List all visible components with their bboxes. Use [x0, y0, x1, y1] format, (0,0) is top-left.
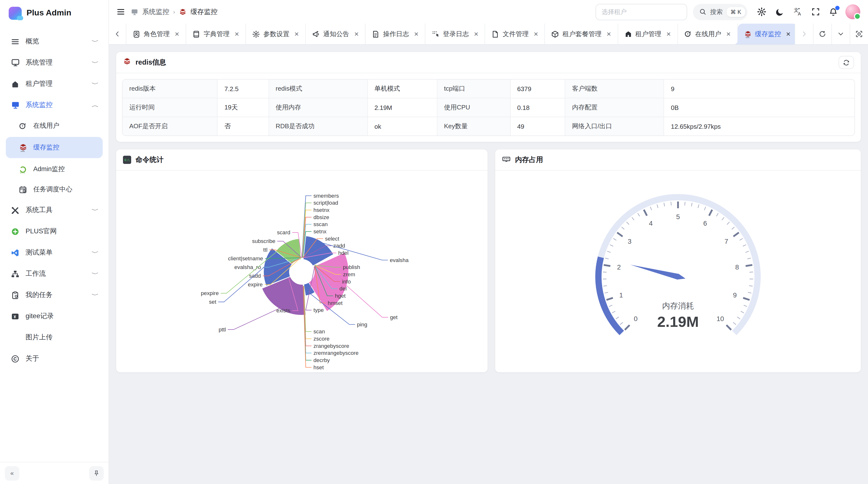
tab-租户管理[interactable]: 租户管理✕ [618, 24, 678, 44]
sidebar-item-label: 图片上传 [26, 333, 98, 342]
gauge-tick-label: 3 [628, 238, 632, 245]
sidebar-item-label: 我的任务 [26, 291, 87, 299]
memory-gauge-chart[interactable]: 012345678910内存消耗2.19M [495, 171, 861, 372]
tab-角色管理[interactable]: 角色管理✕ [126, 24, 186, 44]
gauge-tick-label: 6 [703, 220, 707, 227]
info-label: tcp端口 [437, 79, 510, 98]
sidebar-item-租户管理[interactable]: 租户管理﹀ [6, 74, 103, 94]
sidebar-collapse-button[interactable]: « [5, 466, 19, 480]
tab-租户套餐管理[interactable]: 租户套餐管理✕ [545, 24, 618, 44]
sidebar-item-缓存监控[interactable]: redis缓存监控 [6, 137, 103, 158]
sidebar-item-关于[interactable]: 关于 [6, 349, 103, 368]
tab-label: 角色管理 [144, 30, 170, 38]
tab-close-icon[interactable]: ✕ [534, 31, 538, 37]
sidebar-item-图片上传[interactable]: 图片上传 [6, 328, 103, 347]
search-icon [699, 8, 706, 15]
info-value: 0.18 [510, 98, 565, 117]
pie-label: info [342, 279, 350, 285]
sidebar-item-PLUS官网[interactable]: PLUS官网 [6, 222, 103, 241]
gauge-minor-tick [671, 202, 671, 205]
notifications-bell-icon[interactable] [829, 7, 838, 16]
user-avatar[interactable] [845, 4, 860, 19]
tab-缓存监控[interactable]: redis缓存监控✕ [738, 24, 795, 44]
gauge-minor-tick [620, 322, 623, 325]
sidebar-pin-button[interactable] [89, 466, 104, 480]
breadcrumb-item[interactable]: 系统监控 [142, 7, 169, 16]
tab-通知公告[interactable]: 通知公告✕ [306, 24, 366, 44]
tab-close-icon[interactable]: ✕ [354, 31, 359, 37]
tab-close-icon[interactable]: ✕ [294, 31, 299, 37]
tab-close-icon[interactable]: ✕ [235, 31, 239, 37]
pie-label: get [390, 314, 398, 320]
gauge-tick-label: 5 [676, 213, 680, 221]
search-button[interactable]: 搜索 ⌘ K [693, 4, 747, 20]
tab-文件管理[interactable]: 文件管理✕ [485, 24, 545, 44]
sidebar-item-label: 测试菜单 [26, 248, 87, 257]
gauge-minor-tick [737, 317, 740, 319]
tenant-select-input[interactable] [595, 4, 687, 20]
info-label: RDB是否成功 [269, 117, 368, 135]
table-row: AOF是否开启否RDB是否成功okKey数量49网络入口/出口12.65kps/… [123, 117, 855, 135]
sidebar-item-系统工具[interactable]: 系统工具﹀ [6, 200, 103, 220]
tab-登录日志[interactable]: 登录日志✕ [426, 24, 485, 44]
pie-label: del [340, 286, 347, 292]
sidebar-item-任务调度中心[interactable]: 任务调度中心 [6, 180, 103, 199]
app-logo[interactable]: Plus Admin [0, 0, 108, 26]
gauge-minor-tick [733, 322, 736, 325]
pie-label: zscore [313, 336, 330, 342]
tab-字典管理[interactable]: 字典管理✕ [186, 24, 246, 44]
sidebar-item-测试菜单[interactable]: 测试菜单﹀ [6, 243, 103, 262]
tab-close-icon[interactable]: ✕ [607, 31, 611, 37]
gauge-major-tick [746, 265, 752, 266]
fullscreen-icon[interactable] [812, 8, 820, 16]
table-row: 运行时间19天使用内存2.19M使用CPU0.18内存配置0B [123, 98, 855, 117]
info-label: 使用内存 [269, 98, 368, 117]
tab-参数设置[interactable]: 参数设置✕ [246, 24, 306, 44]
tab-close-icon[interactable]: ✕ [786, 31, 790, 37]
gauge-minor-tick [716, 213, 718, 217]
tabs-scroll-right-button[interactable] [795, 24, 813, 44]
tab-操作日志[interactable]: 操作日志✕ [366, 24, 426, 44]
sidebar-item-label: 关于 [26, 354, 98, 363]
sidebar-item-gitee记录[interactable]: ¥gitee记录 [6, 306, 103, 326]
monitor-filled-icon [10, 100, 20, 110]
info-value: 12.65kps/2.97kps [664, 117, 855, 135]
panel-title: 命令统计 [135, 155, 481, 164]
tab-在线用户[interactable]: T在线用户✕ [678, 24, 738, 44]
page-content: redis信息 redis版本7.2.5redis模式单机模式tcp端口6379… [109, 45, 868, 484]
gauge-minor-tick [609, 305, 613, 306]
sidebar-item-label: Admin监控 [33, 165, 98, 173]
language-translate-icon[interactable]: 文A [793, 7, 802, 17]
pie-label: pttl [219, 327, 226, 333]
tabs-scroll-left-button[interactable] [109, 24, 126, 44]
sidebar-item-我的任务[interactable]: 我的任务﹀ [6, 285, 103, 305]
settings-gear-icon[interactable] [757, 7, 766, 17]
tab-refresh-button[interactable] [813, 24, 831, 44]
gauge-major-tick [607, 298, 613, 300]
sidebar-item-在线用户[interactable]: T在线用户 [6, 117, 103, 135]
sidebar-toggle-icon[interactable] [117, 8, 125, 16]
sidebar-item-Admin监控[interactable]: springAdmin监控 [6, 160, 103, 179]
refresh-button[interactable] [839, 56, 854, 69]
sidebar-item-概览[interactable]: 概览﹀ [6, 32, 103, 51]
tab-close-icon[interactable]: ✕ [666, 31, 671, 37]
dark-mode-moon-icon[interactable] [775, 7, 784, 16]
pie-label: hset [313, 364, 324, 370]
tab-menu-dropdown-button[interactable] [831, 24, 850, 44]
sidebar-item-系统监控[interactable]: 系统监控︿ [6, 95, 103, 115]
info-value: 0B [664, 98, 855, 117]
tab-close-icon[interactable]: ✕ [474, 31, 478, 37]
tab-label: 通知公告 [323, 30, 349, 38]
content-fullscreen-button[interactable] [850, 24, 868, 44]
sidebar-item-工作流[interactable]: 工作流﹀ [6, 264, 103, 284]
chevron-down-icon: ﹀ [92, 59, 99, 66]
gauge-title: 内存消耗 [662, 301, 694, 310]
command-stats-chart[interactable]: smembersscript|loadhsetnxdbsizesscansetn… [116, 171, 488, 372]
gitee-icon: ¥ [10, 312, 20, 321]
pin-icon [93, 470, 100, 477]
sidebar-item-系统管理[interactable]: 系统管理﹀ [6, 53, 103, 72]
tab-close-icon[interactable]: ✕ [175, 31, 179, 37]
info-value: 2.19M [368, 98, 437, 117]
tab-close-icon[interactable]: ✕ [726, 31, 731, 37]
tab-close-icon[interactable]: ✕ [414, 31, 419, 37]
